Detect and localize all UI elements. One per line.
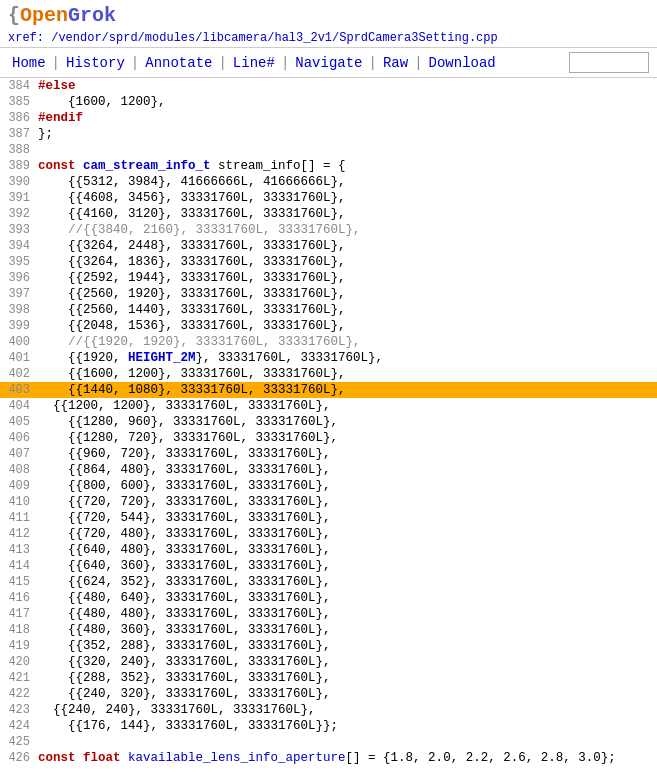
line-content: {{320, 240}, 33331760L, 33331760L}, [36, 654, 331, 670]
line-number[interactable]: 412 [0, 526, 36, 542]
line-content: {{176, 144}, 33331760L, 33331760L}}; [36, 718, 338, 734]
line-number[interactable]: 421 [0, 670, 36, 686]
line-number[interactable]: 396 [0, 270, 36, 286]
line-number[interactable]: 414 [0, 558, 36, 574]
table-row: 420 {{320, 240}, 33331760L, 33331760L}, [0, 654, 657, 670]
table-row: 398 {{2560, 1440}, 33331760L, 33331760L}… [0, 302, 657, 318]
line-number[interactable]: 410 [0, 494, 36, 510]
line-number[interactable]: 398 [0, 302, 36, 318]
table-row: 417 {{480, 480}, 33331760L, 33331760L}, [0, 606, 657, 622]
line-content: {{3264, 2448}, 33331760L, 33331760L}, [36, 238, 346, 254]
line-content: //{{1920, 1920}, 33331760L, 33331760L}, [36, 334, 361, 350]
line-number[interactable]: 389 [0, 158, 36, 174]
line-number[interactable]: 409 [0, 478, 36, 494]
table-row: 389const cam_stream_info_t stream_info[]… [0, 158, 657, 174]
line-content [36, 142, 38, 158]
line-number[interactable]: 387 [0, 126, 36, 142]
line-content: {{288, 352}, 33331760L, 33331760L}, [36, 670, 331, 686]
line-number[interactable]: 407 [0, 446, 36, 462]
nav-navigate[interactable]: Navigate [291, 53, 366, 73]
line-number[interactable]: 415 [0, 574, 36, 590]
line-number[interactable]: 394 [0, 238, 36, 254]
nav-linenum[interactable]: Line# [229, 53, 279, 73]
line-content [36, 734, 38, 750]
line-content: {{720, 544}, 33331760L, 33331760L}, [36, 510, 331, 526]
header: {OpenGrok [0, 0, 657, 29]
line-number[interactable]: 419 [0, 638, 36, 654]
line-content: #else [36, 78, 76, 94]
line-number[interactable]: 425 [0, 734, 36, 750]
line-number[interactable]: 420 [0, 654, 36, 670]
nav-annotate[interactable]: Annotate [141, 53, 216, 73]
line-content: {1600, 1200}, [36, 94, 166, 110]
line-number[interactable]: 386 [0, 110, 36, 126]
table-row: 418 {{480, 360}, 33331760L, 33331760L}, [0, 622, 657, 638]
nav-sep-2: | [129, 55, 141, 71]
line-number[interactable]: 406 [0, 430, 36, 446]
line-number[interactable]: 392 [0, 206, 36, 222]
nav-home[interactable]: Home [8, 53, 50, 73]
line-number[interactable]: 400 [0, 334, 36, 350]
line-content: {{480, 360}, 33331760L, 33331760L}, [36, 622, 331, 638]
line-content: {{240, 320}, 33331760L, 33331760L}, [36, 686, 331, 702]
line-number[interactable]: 393 [0, 222, 36, 238]
table-row: 411 {{720, 544}, 33331760L, 33331760L}, [0, 510, 657, 526]
line-number[interactable]: 426 [0, 750, 36, 766]
line-number[interactable]: 422 [0, 686, 36, 702]
table-row: 386#endif [0, 110, 657, 126]
table-row: 415 {{624, 352}, 33331760L, 33331760L}, [0, 574, 657, 590]
line-number[interactable]: 388 [0, 142, 36, 158]
table-row: 388 [0, 142, 657, 158]
line-content: {{480, 480}, 33331760L, 33331760L}, [36, 606, 331, 622]
line-number[interactable]: 391 [0, 190, 36, 206]
table-row: 401 {{1920, HEIGHT_2M}, 33331760L, 33331… [0, 350, 657, 366]
line-number[interactable]: 397 [0, 286, 36, 302]
line-number[interactable]: 424 [0, 718, 36, 734]
line-number[interactable]: 385 [0, 94, 36, 110]
logo-grok: Grok [68, 4, 116, 27]
line-number[interactable]: 405 [0, 414, 36, 430]
line-number[interactable]: 395 [0, 254, 36, 270]
table-row: 397 {{2560, 1920}, 33331760L, 33331760L}… [0, 286, 657, 302]
line-content: {{720, 720}, 33331760L, 33331760L}, [36, 494, 331, 510]
table-row: 404 {{1200, 1200}, 33331760L, 33331760L}… [0, 398, 657, 414]
table-row: 402 {{1600, 1200}, 33331760L, 33331760L}… [0, 366, 657, 382]
table-row: 405 {{1280, 960}, 33331760L, 33331760L}, [0, 414, 657, 430]
nav-download[interactable]: Download [425, 53, 500, 73]
line-content: const float kavailable_lens_info_apertur… [36, 750, 616, 766]
search-input[interactable] [569, 52, 649, 73]
line-number[interactable]: 413 [0, 542, 36, 558]
line-number[interactable]: 390 [0, 174, 36, 190]
line-number[interactable]: 408 [0, 462, 36, 478]
line-number[interactable]: 403 [0, 382, 36, 398]
table-row: 413 {{640, 480}, 33331760L, 33331760L}, [0, 542, 657, 558]
line-content: //{{3840, 2160}, 33331760L, 33331760L}, [36, 222, 361, 238]
line-number[interactable]: 417 [0, 606, 36, 622]
line-number[interactable]: 399 [0, 318, 36, 334]
line-number[interactable]: 401 [0, 350, 36, 366]
table-row: 422 {{240, 320}, 33331760L, 33331760L}, [0, 686, 657, 702]
line-content: {{352, 288}, 33331760L, 33331760L}, [36, 638, 331, 654]
line-content: #endif [36, 110, 83, 126]
line-content: {{2560, 1920}, 33331760L, 33331760L}, [36, 286, 346, 302]
table-row: 412 {{720, 480}, 33331760L, 33331760L}, [0, 526, 657, 542]
table-row: 425 [0, 734, 657, 750]
line-number[interactable]: 404 [0, 398, 36, 414]
table-row: 387}; [0, 126, 657, 142]
line-number[interactable]: 423 [0, 702, 36, 718]
nav-raw[interactable]: Raw [379, 53, 412, 73]
line-number[interactable]: 416 [0, 590, 36, 606]
xref-text: xref: /vendor/sprd/modules/libcamera/hal… [8, 31, 498, 45]
code-area: 384#else385 {1600, 1200},386#endif387};3… [0, 78, 657, 766]
line-number[interactable]: 418 [0, 622, 36, 638]
line-content: {{640, 360}, 33331760L, 33331760L}, [36, 558, 331, 574]
line-number[interactable]: 411 [0, 510, 36, 526]
table-row: 400 //{{1920, 1920}, 33331760L, 33331760… [0, 334, 657, 350]
line-content: {{1920, HEIGHT_2M}, 33331760L, 33331760L… [36, 350, 383, 366]
table-row: 409 {{800, 600}, 33331760L, 33331760L}, [0, 478, 657, 494]
table-row: 403 {{1440, 1080}, 33331760L, 33331760L}… [0, 382, 657, 398]
nav-history[interactable]: History [62, 53, 129, 73]
line-number[interactable]: 402 [0, 366, 36, 382]
nav-sep-3: | [216, 55, 228, 71]
line-number[interactable]: 384 [0, 78, 36, 94]
